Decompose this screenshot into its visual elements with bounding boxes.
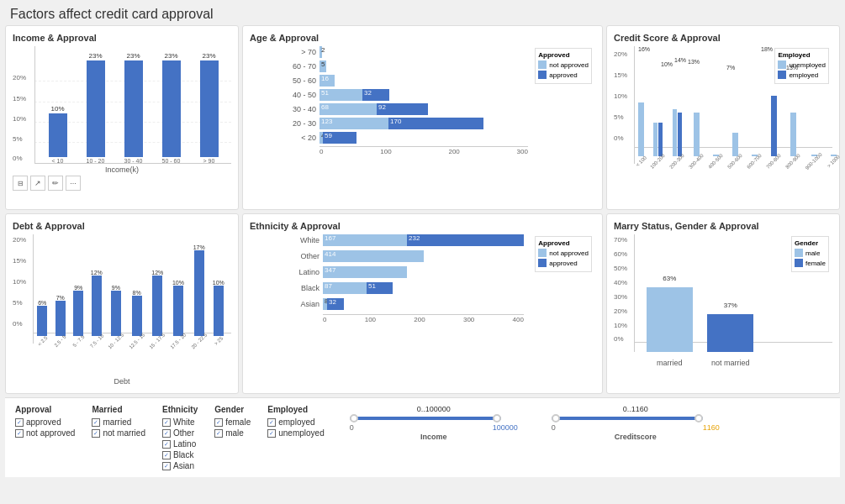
income-slider-handle-min[interactable]	[350, 414, 358, 423]
married-filter-married[interactable]: ✓ married	[92, 417, 145, 427]
white-checkbox[interactable]: ✓	[162, 418, 171, 427]
employed-filter-title: Employed	[267, 405, 324, 414]
age-row-30: 30 - 40 68 92	[282, 103, 528, 115]
edit-icon[interactable]: ✏	[48, 176, 63, 191]
expand-icon[interactable]: ↗	[30, 176, 45, 191]
age-legend-not-approved: not approved	[538, 60, 589, 69]
other-checkbox[interactable]: ✓	[162, 429, 171, 438]
debt-bar-75: 12% 7.5 - 10	[88, 270, 106, 344]
ethnicity-chart-area: Approved not approved approved White 167…	[250, 234, 595, 398]
credit-bar-500: 500-600	[726, 133, 744, 164]
married-filter-not[interactable]: ✓ not married	[92, 428, 145, 438]
approval-filter-title: Approval	[15, 405, 75, 414]
income-slider-value: 0..100000	[350, 405, 518, 413]
income-chart-area: 20% 15% 10% 5% 0% 10% < 10	[13, 46, 231, 181]
asian-checkbox[interactable]: ✓	[162, 462, 171, 470]
credit-legend: Employed unemployed employed	[774, 48, 829, 84]
ethnicity-legend: Approved not approved approved	[535, 236, 592, 272]
marry-bar-notmarried: 37% not married	[707, 314, 753, 352]
income-slider-title: Income	[350, 433, 518, 441]
debt-bar-125: 8% 12.5 - 15	[127, 290, 147, 344]
age-row-50: 50 - 60 16	[282, 75, 528, 87]
employed-checkbox[interactable]: ✓	[267, 418, 276, 427]
employed-filter-employed[interactable]: ✓ employed	[267, 417, 324, 427]
credit-bar-400: 400-500	[706, 155, 725, 164]
credit-chart-area: Employed unemployed employed 20% 15% 10%…	[614, 46, 832, 206]
black-checkbox[interactable]: ✓	[162, 451, 171, 459]
credit-bar-900: 900-1000	[803, 155, 824, 164]
gender-filter-title: Gender	[214, 405, 251, 414]
debt-bar-25: 7% 2.5 - 5	[52, 295, 70, 344]
income-card: Income & Approval 20% 15% 10% 5% 0%	[5, 25, 239, 210]
employed-filter: Employed ✓ employed ✓ unemployed	[267, 405, 324, 470]
creditscore-slider-handle-max[interactable]	[694, 414, 703, 423]
ethnicity-filter: Ethnicity ✓ White ✓ Other ✓ Latino ✓ Bla…	[162, 405, 198, 470]
filter-icon[interactable]: ⊟	[13, 176, 28, 191]
approved-checkbox[interactable]: ✓	[15, 418, 24, 427]
creditscore-slider-min-label: 0	[552, 423, 556, 432]
debt-bar-gt25: 10% > 25	[210, 280, 228, 344]
marry-bar-married: 63% married	[647, 287, 693, 352]
age-legend-approved: approved	[538, 71, 589, 79]
credit-bar-800: 800-900	[784, 113, 802, 164]
credit-card: Credit Score & Approval Employed unemplo…	[606, 25, 840, 210]
income-slider-min-label: 0	[350, 423, 354, 432]
chart-toolbar: ⊟ ↗ ✏ ···	[13, 176, 81, 191]
credit-bar-100: 100-200	[648, 123, 667, 164]
credit-legend-title: Employed	[778, 51, 826, 59]
debt-bar-15: 12% 15 - 17.5	[147, 270, 167, 344]
income-slider-handle-max[interactable]	[493, 414, 501, 423]
credit-bar-300: 300-400	[687, 113, 705, 164]
ethnicity-card: Ethnicity & Approval Approved not approv…	[242, 213, 603, 394]
income-bar-5: 23% > 90	[190, 52, 228, 164]
creditscore-slider-title: Creditscore	[552, 433, 720, 441]
creditscore-slider-track[interactable]	[552, 417, 703, 420]
page-title: Factors affect credit card approval	[0, 0, 845, 25]
age-legend: Approved not approved approved	[535, 48, 592, 84]
income-x-label: Income(k)	[13, 165, 231, 174]
eth-filter-latino[interactable]: ✓ Latino	[162, 439, 198, 449]
income-title: Income & Approval	[13, 33, 231, 43]
age-row-20: 20 - 30 123 170	[282, 118, 528, 129]
approval-filter-approved[interactable]: ✓ approved	[15, 417, 75, 427]
age-row-40: 40 - 50 51 32	[282, 89, 528, 101]
employed-filter-unemployed[interactable]: ✓ unemployed	[267, 428, 324, 438]
debt-bar-20: 17% 20 - 22.5	[189, 244, 209, 344]
approval-filter-not-approved[interactable]: ✓ not approved	[15, 428, 75, 438]
married-checkbox[interactable]: ✓	[92, 418, 100, 427]
income-bar-1: 10% < 10	[39, 105, 77, 164]
age-row-60: 60 - 70 5	[282, 60, 528, 72]
latino-checkbox[interactable]: ✓	[162, 440, 171, 449]
female-checkbox[interactable]: ✓	[214, 418, 223, 427]
income-bar-2: 23% 10 - 20	[77, 52, 114, 164]
creditscore-slider-handle-min[interactable]	[552, 414, 560, 423]
dashboard: Income & Approval 20% 15% 10% 5% 0%	[0, 25, 845, 397]
ethnicity-legend-not: not approved	[538, 249, 589, 257]
married-filter-title: Married	[92, 405, 145, 414]
income-slider-track[interactable]	[350, 417, 501, 420]
debt-bar-10: 9% 10 - 12.5	[106, 285, 126, 344]
filter-panel: Approval ✓ approved ✓ not approved Marri…	[5, 397, 840, 477]
marry-legend: Gender male female	[791, 236, 829, 272]
age-row-70: > 70 2	[282, 46, 528, 58]
marry-legend-male: male	[795, 249, 826, 257]
male-checkbox[interactable]: ✓	[214, 429, 223, 438]
eth-filter-white[interactable]: ✓ White	[162, 417, 198, 427]
marry-title: Marry Status, Gender & Approval	[614, 221, 832, 231]
credit-legend-employed: employed	[778, 71, 826, 79]
eth-filter-other[interactable]: ✓ Other	[162, 428, 198, 438]
gender-filter-female[interactable]: ✓ female	[214, 417, 251, 427]
age-card: Age & Approval Approved not approved app…	[242, 25, 603, 210]
eth-filter-black[interactable]: ✓ Black	[162, 450, 198, 459]
not-approved-checkbox[interactable]: ✓	[15, 429, 24, 438]
gender-filter: Gender ✓ female ✓ male	[214, 405, 251, 470]
unemployed-checkbox[interactable]: ✓	[267, 429, 276, 438]
age-legend-title: Approved	[538, 51, 589, 59]
more-icon[interactable]: ···	[66, 176, 81, 191]
ethnicity-filter-title: Ethnicity	[162, 405, 198, 414]
not-married-checkbox[interactable]: ✓	[92, 429, 100, 438]
eth-filter-asian[interactable]: ✓ Asian	[162, 461, 198, 470]
marry-card: Marry Status, Gender & Approval Gender m…	[606, 213, 840, 394]
eth-row-asian: Asian 8 32	[285, 298, 524, 310]
gender-filter-male[interactable]: ✓ male	[214, 428, 251, 438]
